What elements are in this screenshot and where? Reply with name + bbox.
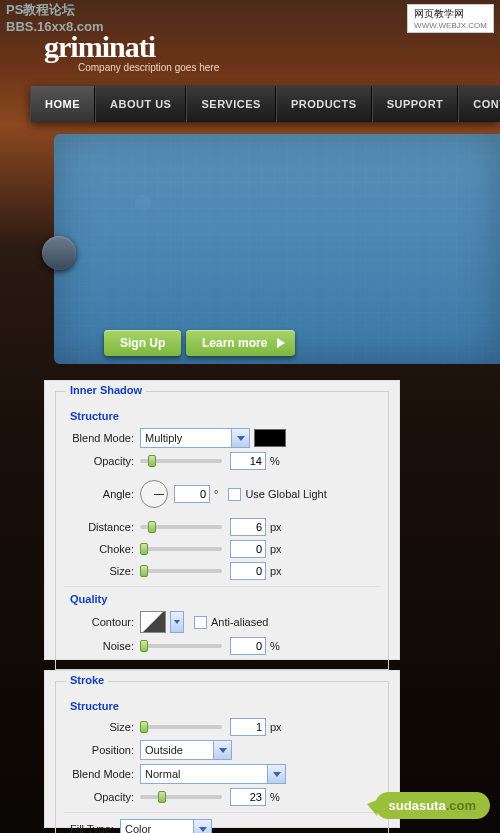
angle-label: Angle: bbox=[64, 488, 140, 500]
angle-dial[interactable] bbox=[140, 480, 168, 508]
choke-unit: px bbox=[270, 543, 282, 555]
stroke-blendmode-select[interactable]: Normal bbox=[140, 764, 286, 784]
noise-label: Noise: bbox=[64, 640, 140, 652]
distance-label: Distance: bbox=[64, 521, 140, 533]
inner-shadow-panel: Inner Shadow Structure Blend Mode: Multi… bbox=[44, 380, 400, 660]
stroke-title: Stroke bbox=[66, 674, 108, 686]
filltype-select[interactable]: Color bbox=[120, 819, 212, 833]
chevron-down-icon bbox=[193, 820, 211, 833]
shadow-color-swatch[interactable] bbox=[254, 429, 286, 447]
quality-label: Quality bbox=[70, 593, 380, 605]
choke-input[interactable] bbox=[230, 540, 266, 558]
choke-label: Choke: bbox=[64, 543, 140, 555]
nav-support[interactable]: SUPPORT bbox=[372, 86, 459, 122]
stroke-opacity-input[interactable] bbox=[230, 788, 266, 806]
choke-slider[interactable] bbox=[140, 547, 222, 551]
opacity-slider[interactable] bbox=[140, 459, 222, 463]
chevron-down-icon bbox=[267, 765, 285, 783]
blend-mode-label: Blend Mode: bbox=[64, 432, 140, 444]
stroke-opacity-slider[interactable] bbox=[140, 795, 222, 799]
stroke-size-slider[interactable] bbox=[140, 725, 222, 729]
antialiased-label: Anti-aliased bbox=[211, 616, 268, 628]
opacity-label: Opacity: bbox=[64, 455, 140, 467]
contour-swatch[interactable] bbox=[140, 611, 166, 633]
structure-label-2: Structure bbox=[70, 700, 380, 712]
stroke-size-label: Size: bbox=[64, 721, 140, 733]
tagline: Company description goes here bbox=[78, 62, 219, 73]
stroke-opacity-label: Opacity: bbox=[64, 791, 140, 803]
size-input[interactable] bbox=[230, 562, 266, 580]
nav-products[interactable]: PRODUCTS bbox=[276, 86, 372, 122]
stroke-blendmode-label: Blend Mode: bbox=[64, 768, 140, 780]
watermark-right: 网页教学网WWW.WEBJX.COM bbox=[407, 4, 494, 33]
nav-contact[interactable]: CONTACT bbox=[458, 86, 500, 122]
inner-shadow-title: Inner Shadow bbox=[66, 384, 146, 396]
antialiased-checkbox[interactable] bbox=[194, 616, 207, 629]
noise-input[interactable] bbox=[230, 637, 266, 655]
noise-slider[interactable] bbox=[140, 644, 222, 648]
arrow-right-icon bbox=[277, 338, 285, 348]
global-light-checkbox[interactable] bbox=[228, 488, 241, 501]
sudasuta-badge[interactable]: sudasuta.com bbox=[375, 792, 490, 819]
opacity-input[interactable] bbox=[230, 452, 266, 470]
contour-label: Contour: bbox=[64, 616, 140, 628]
size-unit: px bbox=[270, 565, 282, 577]
nav-about[interactable]: ABOUT US bbox=[95, 86, 186, 122]
chevron-down-icon bbox=[231, 429, 249, 447]
filltype-label: Fill Type: bbox=[64, 823, 120, 833]
distance-slider[interactable] bbox=[140, 525, 222, 529]
stroke-size-input[interactable] bbox=[230, 718, 266, 736]
watermark-left: PS教程论坛BBS.16xx8.com bbox=[6, 2, 104, 36]
main-nav: HOME ABOUT US SERVICES PRODUCTS SUPPORT … bbox=[30, 86, 500, 122]
blend-mode-select[interactable]: Multiply bbox=[140, 428, 250, 448]
size-label: Size: bbox=[64, 565, 140, 577]
distance-unit: px bbox=[270, 521, 282, 533]
nav-home[interactable]: HOME bbox=[30, 86, 95, 122]
angle-unit: ° bbox=[214, 488, 218, 500]
opacity-unit: % bbox=[270, 455, 280, 467]
distance-input[interactable] bbox=[230, 518, 266, 536]
stroke-size-unit: px bbox=[270, 721, 282, 733]
global-light-label: Use Global Light bbox=[245, 488, 326, 500]
size-slider[interactable] bbox=[140, 569, 222, 573]
stroke-opacity-unit: % bbox=[270, 791, 280, 803]
learn-more-button[interactable]: Learn more bbox=[186, 330, 295, 356]
structure-label: Structure bbox=[70, 410, 380, 422]
signup-button[interactable]: Sign Up bbox=[104, 330, 181, 356]
nav-services[interactable]: SERVICES bbox=[186, 86, 275, 122]
chevron-down-icon bbox=[213, 741, 231, 759]
stroke-panel: Stroke Structure Size: px Position: Outs… bbox=[44, 670, 400, 828]
angle-input[interactable] bbox=[174, 485, 210, 503]
position-label: Position: bbox=[64, 744, 140, 756]
contour-picker[interactable] bbox=[170, 611, 184, 633]
slider-knob[interactable] bbox=[42, 236, 76, 270]
noise-unit: % bbox=[270, 640, 280, 652]
position-select[interactable]: Outside bbox=[140, 740, 232, 760]
